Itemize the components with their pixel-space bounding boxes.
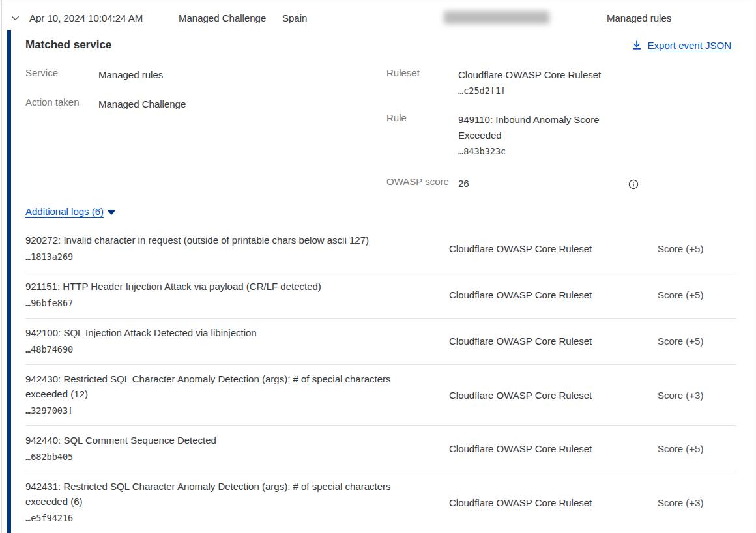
log-rule-hash: …3297003f bbox=[25, 403, 423, 418]
event-timestamp: Apr 10, 2024 10:04:24 AM bbox=[29, 12, 179, 23]
event-host-redacted bbox=[444, 11, 607, 24]
log-description: 942440: SQL Comment Sequence Detected bbox=[25, 433, 423, 448]
export-event-json-link[interactable]: Export event JSON bbox=[632, 40, 736, 51]
log-score: Score (+3) bbox=[658, 497, 736, 508]
owasp-value-wrap: 26 bbox=[458, 176, 639, 192]
log-description-cell: 920272: Invalid character in request (ou… bbox=[25, 233, 449, 265]
log-score: Score (+5) bbox=[658, 243, 736, 254]
field-label: Rule bbox=[386, 112, 458, 159]
field-ruleset: Ruleset Cloudflare OWASP Core Ruleset …c… bbox=[386, 67, 736, 98]
log-rule-hash: …e5f94216 bbox=[25, 510, 423, 526]
field-value: Cloudflare OWASP Core Ruleset …c25d2f1f bbox=[458, 67, 621, 98]
download-icon bbox=[632, 40, 642, 50]
field-value: Managed rules bbox=[98, 67, 163, 83]
ruleset-name: Cloudflare OWASP Core Ruleset bbox=[458, 69, 601, 80]
log-row: 942100: SQL Injection Attack Detected vi… bbox=[25, 319, 736, 365]
event-summary-row[interactable]: Apr 10, 2024 10:04:24 AM Managed Challen… bbox=[2, 5, 751, 30]
log-ruleset: Cloudflare OWASP Core Ruleset bbox=[449, 390, 658, 401]
field-rule: Rule 949110: Inbound Anomaly Score Excee… bbox=[386, 112, 736, 159]
collapse-chevron[interactable] bbox=[10, 13, 29, 23]
log-description: 921151: HTTP Header Injection Attack via… bbox=[25, 279, 423, 294]
info-icon[interactable] bbox=[628, 179, 639, 190]
field-service: Service Managed rules bbox=[25, 67, 386, 83]
log-score: Score (+3) bbox=[658, 390, 736, 401]
log-rule-hash: …48b74690 bbox=[25, 341, 423, 357]
additional-logs-toggle[interactable]: Additional logs (6) bbox=[25, 206, 116, 217]
previous-row-edge bbox=[2, 0, 751, 5]
log-row: 942431: Restricted SQL Character Anomaly… bbox=[25, 472, 736, 533]
field-action-taken: Action taken Managed Challenge bbox=[25, 96, 386, 112]
log-row: 921151: HTTP Header Injection Attack via… bbox=[25, 272, 736, 319]
caret-down-icon bbox=[107, 210, 116, 215]
firewall-event-table: Apr 10, 2024 10:04:24 AM Managed Challen… bbox=[1, 0, 751, 533]
log-description-cell: 942431: Restricted SQL Character Anomaly… bbox=[25, 479, 449, 526]
field-label: Action taken bbox=[25, 96, 98, 112]
event-country: Spain bbox=[282, 12, 444, 23]
log-description: 920272: Invalid character in request (ou… bbox=[25, 233, 423, 248]
log-description-cell: 942440: SQL Comment Sequence Detected …6… bbox=[25, 433, 449, 465]
field-label: OWASP score bbox=[386, 176, 458, 192]
log-row: 942440: SQL Comment Sequence Detected …6… bbox=[25, 426, 736, 472]
detail-fields: Service Managed rules Action taken Manag… bbox=[25, 67, 736, 197]
rule-name: 949110: Inbound Anomaly Score Exceeded bbox=[458, 114, 600, 141]
log-ruleset: Cloudflare OWASP Core Ruleset bbox=[449, 443, 658, 454]
log-ruleset: Cloudflare OWASP Core Ruleset bbox=[449, 336, 658, 347]
log-ruleset: Cloudflare OWASP Core Ruleset bbox=[449, 243, 658, 254]
event-service: Managed rules bbox=[607, 12, 751, 23]
log-description-cell: 921151: HTTP Header Injection Attack via… bbox=[25, 279, 449, 311]
additional-logs-label: Additional logs (6) bbox=[25, 206, 104, 217]
log-description-cell: 942100: SQL Injection Attack Detected vi… bbox=[25, 325, 449, 357]
field-label: Service bbox=[25, 67, 98, 83]
redacted-value bbox=[444, 11, 549, 24]
log-rule-hash: …1813a269 bbox=[25, 249, 423, 265]
log-score: Score (+5) bbox=[658, 289, 736, 300]
chevron-down-icon bbox=[10, 13, 20, 23]
log-score: Score (+5) bbox=[658, 443, 736, 454]
log-row: 920272: Invalid character in request (ou… bbox=[25, 226, 736, 272]
event-action: Managed Challenge bbox=[179, 12, 282, 23]
field-label: Ruleset bbox=[386, 67, 458, 98]
log-description-cell: 942430: Restricted SQL Character Anomaly… bbox=[25, 371, 449, 418]
log-ruleset: Cloudflare OWASP Core Ruleset bbox=[449, 289, 658, 300]
rule-id-hash: …843b323c bbox=[458, 143, 621, 159]
ruleset-id-hash: …c25d2f1f bbox=[458, 83, 621, 98]
field-value: Managed Challenge bbox=[98, 96, 186, 112]
field-owasp-score: OWASP score 26 bbox=[386, 176, 736, 192]
log-description: 942100: SQL Injection Attack Detected vi… bbox=[25, 325, 423, 340]
event-detail-panel: Matched service Export event JSON Servic… bbox=[7, 30, 751, 533]
log-row: 942430: Restricted SQL Character Anomaly… bbox=[25, 365, 736, 426]
panel-title: Matched service bbox=[25, 38, 111, 51]
additional-logs-list: 920272: Invalid character in request (ou… bbox=[25, 226, 736, 533]
log-description: 942430: Restricted SQL Character Anomaly… bbox=[25, 371, 423, 401]
owasp-score-value: 26 bbox=[458, 176, 621, 192]
log-score: Score (+5) bbox=[658, 336, 736, 347]
log-rule-hash: …682bb405 bbox=[25, 449, 423, 465]
log-ruleset: Cloudflare OWASP Core Ruleset bbox=[449, 497, 658, 508]
fields-left-column: Service Managed rules Action taken Manag… bbox=[25, 67, 386, 197]
fields-right-column: Ruleset Cloudflare OWASP Core Ruleset …c… bbox=[386, 67, 736, 197]
detail-header: Matched service Export event JSON bbox=[25, 38, 736, 51]
export-event-json-label: Export event JSON bbox=[648, 40, 731, 51]
log-rule-hash: …96bfe867 bbox=[25, 295, 423, 311]
field-value: 949110: Inbound Anomaly Score Exceeded …… bbox=[458, 112, 621, 159]
log-description: 942431: Restricted SQL Character Anomaly… bbox=[25, 479, 423, 509]
